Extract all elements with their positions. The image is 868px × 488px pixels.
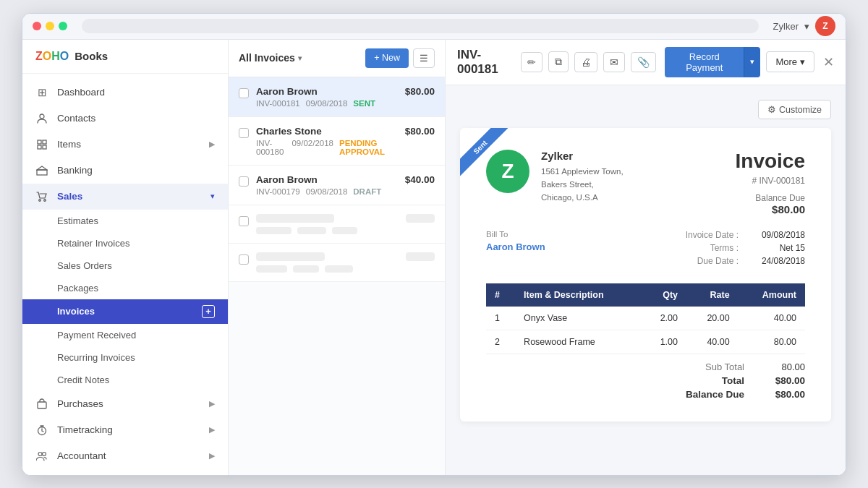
sidebar-item-items[interactable]: Items ▶ [22,132,228,158]
svg-point-6 [39,199,41,201]
sidebar-item-retainer-invoices[interactable]: Retainer Invoices [22,232,228,254]
sidebar-item-sales[interactable]: Sales ▾ [22,184,228,210]
sidebar-item-credit-notes[interactable]: Credit Notes [22,369,228,391]
due-date-row: Due Date : 24/08/2018 [686,256,805,266]
sidebar-item-label: Accountant [57,450,200,461]
invoice-checkbox [239,216,249,226]
record-payment-button[interactable]: Record Payment [665,47,744,77]
total-label: Total [672,375,744,386]
sidebar-item-label: Items [57,139,200,150]
invoice-id: INV-000181 [256,99,300,108]
invoice-info: Charles Stone INV-000180 09/02/2018 PEND… [256,126,398,156]
subtotal-label: Sub Total [672,361,744,372]
invoice-date: 09/02/2018 [292,139,333,156]
sidebar-item-timetracking[interactable]: Timetracking ▶ [22,417,228,443]
sidebar-item-dashboard[interactable]: ⊞ Dashboard [22,80,228,106]
sidebar-item-recurring-invoices[interactable]: Recurring Invoices [22,346,228,369]
email-button[interactable]: ✉ [603,52,625,72]
row-rate: 20.00 [686,307,739,330]
due-date-key: Due Date : [697,256,739,266]
invoice-list-panel: All Invoices ▾ + New ☰ Aaron Brown INV-0… [229,40,446,475]
sidebar-item-reports[interactable]: Reports [22,469,228,475]
more-caret-icon: ▾ [800,56,805,67]
sidebar-item-label: Timetracking [57,424,200,435]
invoice-checkbox[interactable] [239,128,249,138]
invoice-meta: INV-000180 09/02/2018 PENDING APPROVAL [256,139,398,156]
invoice-status: DRAFT [353,187,381,196]
company-name: Zylker [541,150,736,162]
sidebar: ZOHO Books ⊞ Dashboard Contacts [22,40,229,475]
attach-button[interactable]: 📎 [631,52,656,72]
logo-books-text: Books [75,50,108,62]
list-view-button[interactable]: ☰ [413,48,435,68]
col-num: # [486,283,515,307]
invoice-date: 09/08/2018 [306,187,348,196]
contacts-icon [35,112,48,125]
sidebar-item-label: Contacts [57,113,215,124]
bill-to-label: Bill To [486,230,545,239]
invoice-amount: $80.00 [405,126,435,137]
detail-toolbar: INV-000181 ✏ ⧉ 🖨 ✉ 📎 Record Payment ▾ Mo… [446,40,846,85]
sidebar-item-purchases[interactable]: Purchases ▶ [22,391,228,417]
sidebar-item-sales-orders[interactable]: Sales Orders [22,254,228,277]
sidebar-item-banking[interactable]: Banking [22,158,228,184]
terms-key: Terms : [710,243,739,253]
invoice-customer-name: Aaron Brown [256,174,398,185]
invoice-meta: INV-000181 09/08/2018 SENT [256,99,398,108]
invoice-id: INV-000180 [256,139,286,156]
duplicate-button[interactable]: ⧉ [548,51,569,72]
invoice-placeholder [229,244,445,282]
bill-to: Bill To Aaron Brown [486,230,545,269]
invoice-number: # INV-000181 [736,176,805,186]
invoice-date-key: Invoice Date : [686,230,739,240]
sidebar-item-label: Sales [57,191,202,202]
invoice-item[interactable]: Aaron Brown INV-000179 09/08/2018 DRAFT … [229,166,445,205]
minimize-dot[interactable] [46,22,54,30]
sidebar-item-estimates[interactable]: Estimates [22,210,228,232]
svg-rect-5 [37,170,47,175]
col-description: Item & Description [515,283,641,307]
invoice-item[interactable]: Aaron Brown INV-000181 09/08/2018 SENT $… [229,77,445,117]
logo-zoho: ZOHO [35,50,69,63]
sidebar-item-label: Dashboard [57,87,215,98]
main-layout: ZOHO Books ⊞ Dashboard Contacts [22,40,846,475]
invoice-checkbox[interactable] [239,88,249,98]
row-qty: 1.00 [641,330,686,354]
sidebar-item-invoices[interactable]: Invoices + [22,299,228,324]
invoice-item[interactable]: Charles Stone INV-000180 09/02/2018 PEND… [229,117,445,166]
invoice-banner: Sent [460,128,525,193]
sidebar-logo: ZOHO Books [22,40,228,74]
invoice-checkbox[interactable] [239,176,249,187]
invoice-detail-panel: INV-000181 ✏ ⧉ 🖨 ✉ 📎 Record Payment ▾ Mo… [446,40,846,475]
edit-button[interactable]: ✏ [521,52,542,72]
sidebar-item-payment-received[interactable]: Payment Received [22,324,228,346]
maximize-dot[interactable] [59,22,67,30]
sidebar-item-contacts[interactable]: Contacts [22,106,228,132]
terms-value: Net 15 [747,243,805,253]
customize-button[interactable]: ⚙ Customize [758,100,831,119]
close-dot[interactable] [33,22,41,30]
filter-dropdown[interactable]: All Invoices ▾ [239,52,302,64]
user-menu[interactable]: Zylker ▾ Z [773,16,835,36]
balance-due-row: Balance Due $80.00 [672,389,805,400]
row-rate: 40.00 [686,330,739,354]
svg-point-0 [40,114,44,119]
sidebar-item-packages[interactable]: Packages [22,277,228,299]
record-payment-caret[interactable]: ▾ [744,47,760,77]
sidebar-item-accountant[interactable]: Accountant ▶ [22,443,228,469]
titlebar: Zylker ▾ Z [22,14,846,40]
new-invoice-button[interactable]: + New [365,48,409,68]
invoice-checkbox [239,254,249,265]
invoice-document: Sent Z Zylker 1561 Appleview Town, Baker… [460,128,831,421]
customize-bar: ⚙ Customize [460,100,831,119]
dashboard-icon: ⊞ [35,86,48,99]
close-button[interactable]: ✕ [823,54,834,70]
window-controls [33,22,67,30]
more-button[interactable]: More ▾ [766,51,814,72]
list-actions: + New ☰ [365,48,435,68]
purchases-arrow: ▶ [209,399,215,408]
url-bar[interactable] [82,19,759,33]
invoice-meta: INV-000179 09/08/2018 DRAFT [256,187,398,196]
add-invoice-icon[interactable]: + [202,305,215,318]
print-button[interactable]: 🖨 [574,52,597,72]
